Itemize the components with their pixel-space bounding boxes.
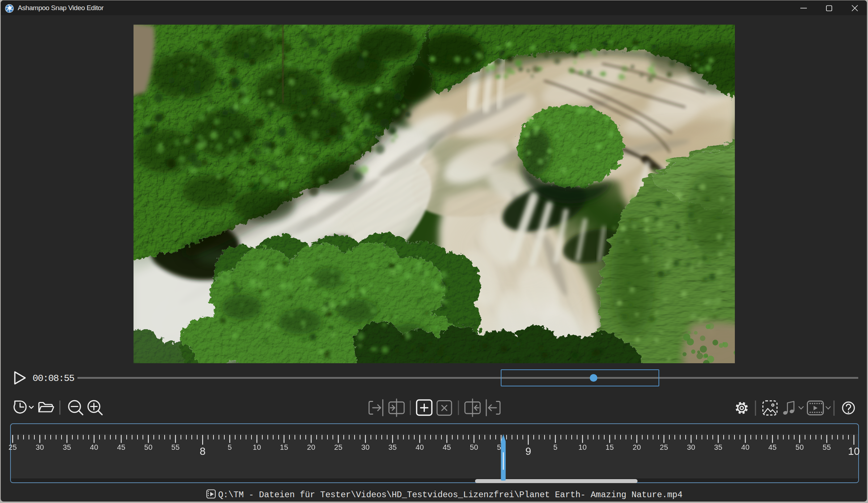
- svg-text:5: 5: [553, 443, 557, 451]
- svg-text:50: 50: [470, 443, 478, 451]
- svg-text:45: 45: [769, 443, 777, 451]
- svg-text:35: 35: [714, 443, 723, 451]
- svg-text:45: 45: [443, 443, 451, 451]
- svg-text:40: 40: [416, 443, 424, 451]
- svg-text:30: 30: [361, 443, 370, 451]
- svg-text:40: 40: [741, 443, 750, 451]
- svg-text:55: 55: [823, 443, 831, 451]
- svg-text:35: 35: [389, 443, 397, 451]
- svg-text:15: 15: [280, 443, 288, 451]
- svg-text:55: 55: [172, 443, 180, 451]
- svg-text:30: 30: [687, 443, 695, 451]
- svg-text:35: 35: [63, 443, 71, 451]
- svg-text:5: 5: [228, 443, 232, 451]
- svg-text:10: 10: [848, 445, 860, 457]
- svg-text:9: 9: [525, 445, 531, 457]
- svg-text:10: 10: [253, 443, 261, 451]
- svg-text:30: 30: [36, 443, 44, 451]
- svg-text:50: 50: [796, 443, 804, 451]
- svg-text:20: 20: [633, 443, 641, 451]
- svg-text:10: 10: [579, 443, 587, 451]
- svg-text:15: 15: [606, 443, 614, 451]
- svg-text:45: 45: [117, 443, 126, 451]
- svg-text:25: 25: [334, 443, 343, 451]
- svg-text:8: 8: [200, 445, 206, 457]
- svg-text:40: 40: [90, 443, 98, 451]
- svg-text:25: 25: [9, 443, 17, 451]
- svg-text:50: 50: [144, 443, 153, 451]
- svg-text:25: 25: [660, 443, 668, 451]
- svg-text:20: 20: [307, 443, 316, 451]
